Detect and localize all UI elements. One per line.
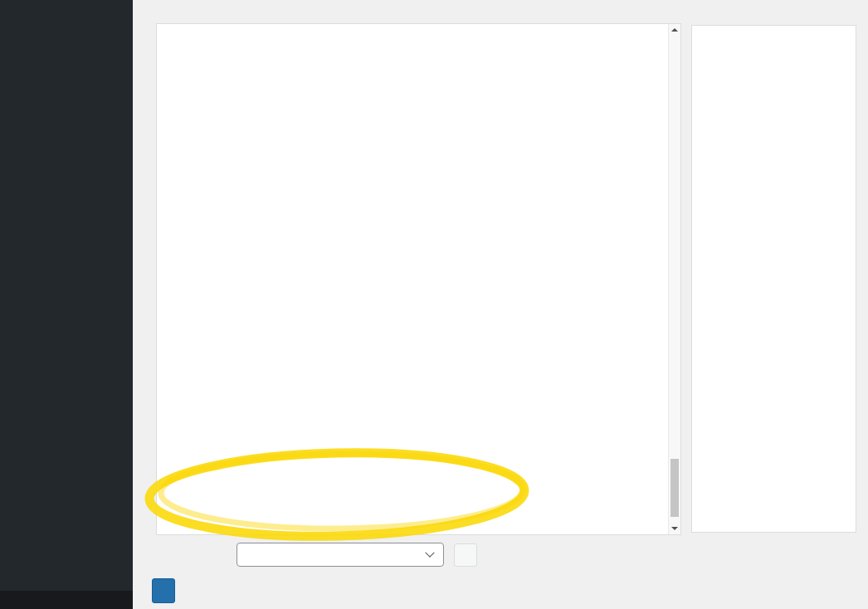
theme-editor-page	[0, 0, 868, 609]
scrollbar-up-icon[interactable]	[671, 28, 678, 32]
code-editor[interactable]	[156, 23, 681, 535]
documentation-row	[150, 543, 477, 567]
scrollbar-down-icon[interactable]	[671, 527, 678, 530]
sidebar-footer	[0, 591, 133, 609]
look-up-button[interactable]	[454, 543, 477, 567]
scrollbar-thumb[interactable]	[671, 459, 679, 517]
theme-files-panel	[691, 25, 856, 533]
update-file-button[interactable]	[152, 578, 175, 603]
appearance-submenu	[0, 0, 133, 15]
admin-sidebar	[0, 0, 133, 609]
code-lines[interactable]	[157, 24, 668, 534]
chevron-down-icon	[425, 548, 434, 557]
documentation-select[interactable]	[237, 543, 444, 567]
editor-scrollbar[interactable]	[668, 24, 680, 534]
main-content	[133, 0, 868, 609]
theme-files-description	[692, 26, 856, 41]
